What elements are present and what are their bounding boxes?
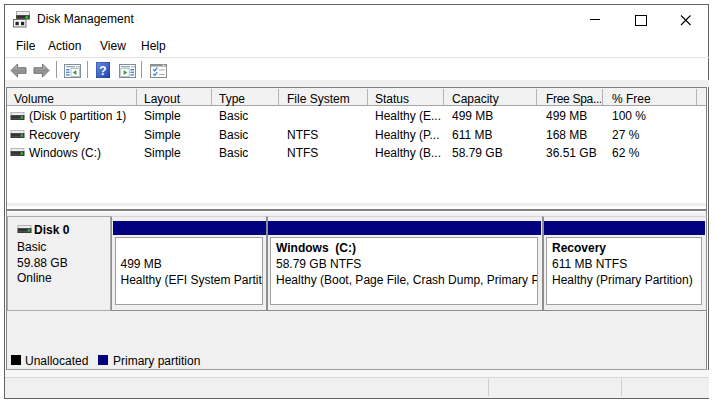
svg-text:?: ?	[99, 64, 106, 78]
